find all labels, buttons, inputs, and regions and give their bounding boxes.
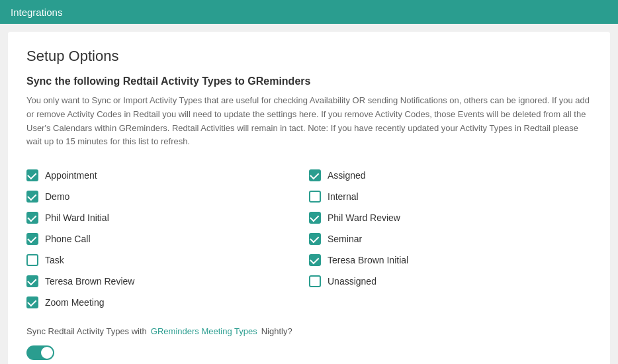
checkbox-item-assigned: Assigned bbox=[309, 165, 592, 186]
sync-prefix: Sync Redtail Activity Types with bbox=[26, 326, 147, 336]
main-content: Setup Options Sync the following Redtail… bbox=[8, 32, 610, 364]
checkbox-label-demo[interactable]: Demo bbox=[45, 191, 69, 202]
checkboxes-grid: Appointment Demo Phil Ward Initial Phone… bbox=[26, 165, 592, 313]
checkbox-phil-ward-initial[interactable] bbox=[26, 212, 38, 224]
checkbox-item-phil-ward-review: Phil Ward Review bbox=[309, 207, 592, 228]
sync-link[interactable]: GReminders Meeting Types bbox=[151, 326, 257, 336]
toggle-wrapper bbox=[26, 345, 592, 360]
checkbox-label-internal[interactable]: Internal bbox=[328, 191, 359, 202]
toggle-knob bbox=[41, 347, 53, 359]
checkbox-label-appointment[interactable]: Appointment bbox=[45, 170, 97, 181]
checkbox-task[interactable] bbox=[26, 254, 38, 266]
checkbox-item-teresa-brown-review: Teresa Brown Review bbox=[26, 271, 309, 292]
checkbox-label-seminar[interactable]: Seminar bbox=[328, 234, 362, 244]
checkbox-label-task[interactable]: Task bbox=[45, 255, 64, 265]
checkbox-label-teresa-brown-initial[interactable]: Teresa Brown Initial bbox=[328, 255, 408, 265]
page-title: Setup Options bbox=[26, 48, 592, 65]
top-nav: Integrations bbox=[0, 0, 618, 24]
checkbox-item-internal: Internal bbox=[309, 186, 592, 207]
section-heading: Sync the following Redtail Activity Type… bbox=[26, 75, 592, 87]
left-column: Appointment Demo Phil Ward Initial Phone… bbox=[26, 165, 309, 313]
checkbox-internal[interactable] bbox=[309, 191, 321, 203]
checkbox-item-task: Task bbox=[26, 250, 309, 271]
checkbox-label-assigned[interactable]: Assigned bbox=[328, 170, 366, 181]
checkbox-assigned[interactable] bbox=[309, 169, 321, 181]
checkbox-item-zoom-meeting: Zoom Meeting bbox=[26, 292, 309, 313]
checkbox-item-demo: Demo bbox=[26, 186, 309, 207]
sync-suffix: Nightly? bbox=[261, 326, 292, 336]
checkbox-item-seminar: Seminar bbox=[309, 228, 592, 250]
checkbox-label-teresa-brown-review[interactable]: Teresa Brown Review bbox=[45, 276, 134, 287]
top-nav-label: Integrations bbox=[11, 7, 62, 18]
checkbox-unassigned[interactable] bbox=[309, 275, 321, 287]
checkbox-item-phil-ward-initial: Phil Ward Initial bbox=[26, 207, 309, 228]
sync-row: Sync Redtail Activity Types with GRemind… bbox=[26, 326, 592, 336]
checkbox-teresa-brown-review[interactable] bbox=[26, 275, 38, 287]
checkbox-label-unassigned[interactable]: Unassigned bbox=[328, 276, 376, 287]
checkbox-seminar[interactable] bbox=[309, 233, 321, 245]
checkbox-label-zoom-meeting[interactable]: Zoom Meeting bbox=[45, 297, 104, 308]
checkbox-item-unassigned: Unassigned bbox=[309, 271, 592, 292]
checkbox-item-phone-call: Phone Call bbox=[26, 228, 309, 250]
checkbox-teresa-brown-initial[interactable] bbox=[309, 254, 321, 266]
checkbox-appointment[interactable] bbox=[26, 169, 38, 181]
right-column: Assigned Internal Phil Ward Review Semin… bbox=[309, 165, 592, 313]
checkbox-phone-call[interactable] bbox=[26, 233, 38, 245]
checkbox-item-teresa-brown-initial: Teresa Brown Initial bbox=[309, 250, 592, 271]
nightly-sync-toggle[interactable] bbox=[26, 345, 54, 360]
checkbox-label-phil-ward-review[interactable]: Phil Ward Review bbox=[328, 212, 400, 223]
checkbox-demo[interactable] bbox=[26, 191, 38, 203]
checkbox-label-phil-ward-initial[interactable]: Phil Ward Initial bbox=[45, 212, 109, 223]
checkbox-item-appointment: Appointment bbox=[26, 165, 309, 186]
checkbox-phil-ward-review[interactable] bbox=[309, 212, 321, 224]
description-text: You only want to Sync or Import Activity… bbox=[26, 94, 592, 149]
checkbox-label-phone-call[interactable]: Phone Call bbox=[45, 234, 91, 244]
checkbox-zoom-meeting[interactable] bbox=[26, 296, 38, 308]
